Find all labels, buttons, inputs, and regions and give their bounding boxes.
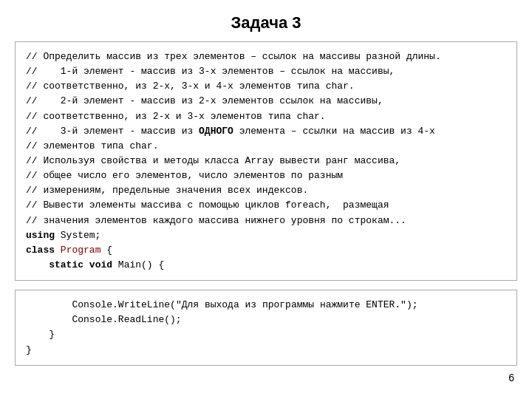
page-title: Задача 3 <box>231 13 301 33</box>
lower-code-box: Console.WriteLine("Для выхода из програм… <box>15 290 517 366</box>
upper-code-box: // Определить массив из трех элементов –… <box>15 41 517 281</box>
page-footer: 6 <box>15 372 517 383</box>
page-number: 6 <box>508 372 514 383</box>
upper-code-content: // Определить массив из трех элементов –… <box>26 50 506 273</box>
lower-code-content: Console.WriteLine("Для выхода из програм… <box>26 298 506 358</box>
